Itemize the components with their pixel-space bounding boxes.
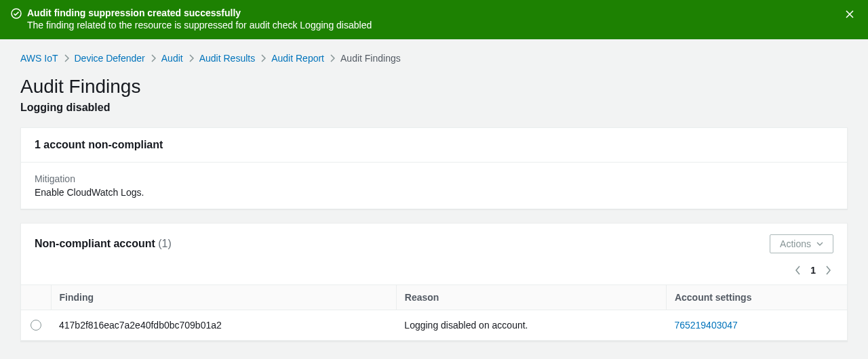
caret-down-icon — [816, 242, 823, 246]
flash-title: Audit finding suppression created succes… — [27, 7, 842, 19]
pagination-next-button[interactable] — [823, 263, 833, 278]
findings-table: Finding Reason Account settings 417b2f81… — [21, 284, 847, 341]
chevron-right-icon — [825, 266, 831, 275]
column-reason[interactable]: Reason — [396, 284, 666, 310]
column-finding[interactable]: Finding — [51, 284, 396, 310]
breadcrumb-current: Audit Findings — [340, 53, 401, 64]
flash-description: The finding related to the resource is s… — [27, 19, 842, 33]
page-subtitle: Logging disabled — [20, 102, 848, 114]
actions-button-label: Actions — [780, 238, 811, 249]
column-account-settings[interactable]: Account settings — [666, 284, 847, 310]
flash-close-button[interactable] — [842, 7, 857, 22]
pagination-page-number: 1 — [810, 265, 816, 276]
findings-section-title: Non-compliant account (1) — [35, 238, 172, 250]
breadcrumb-link-audit-report[interactable]: Audit Report — [271, 53, 324, 64]
cell-reason: Logging disabled on account. — [396, 310, 666, 340]
summary-panel: 1 account non-compliant Mitigation Enabl… — [20, 127, 848, 209]
findings-panel: Non-compliant account (1) Actions 1 — [20, 223, 848, 341]
chevron-right-icon — [64, 54, 69, 62]
chevron-right-icon — [189, 54, 194, 62]
actions-button[interactable]: Actions — [770, 234, 833, 253]
success-icon — [11, 8, 22, 19]
svg-point-0 — [12, 9, 21, 18]
breadcrumb-link-aws-iot[interactable]: AWS IoT — [20, 53, 58, 64]
chevron-left-icon — [795, 266, 801, 275]
breadcrumb-link-audit[interactable]: Audit — [161, 53, 183, 64]
page-title: Audit Findings — [20, 76, 848, 98]
breadcrumb-link-audit-results[interactable]: Audit Results — [199, 53, 255, 64]
breadcrumb-link-device-defender[interactable]: Device Defender — [75, 53, 145, 64]
row-radio[interactable] — [31, 320, 41, 331]
mitigation-value: Enable CloudWatch Logs. — [35, 187, 833, 198]
account-link[interactable]: 765219403047 — [674, 320, 737, 331]
cell-finding: 417b2f816eac7a2e40fdb0bc709b01a2 — [51, 310, 396, 340]
column-select — [21, 284, 51, 310]
flash-banner: Audit finding suppression created succes… — [0, 0, 868, 39]
chevron-right-icon — [260, 54, 266, 62]
chevron-right-icon — [151, 54, 156, 62]
mitigation-label: Mitigation — [35, 173, 833, 184]
close-icon — [845, 9, 854, 19]
pagination-prev-button[interactable] — [793, 263, 804, 278]
table-row[interactable]: 417b2f816eac7a2e40fdb0bc709b01a2 Logging… — [21, 310, 847, 340]
breadcrumb: AWS IoT Device Defender Audit Audit Resu… — [20, 53, 848, 64]
summary-heading: 1 account non-compliant — [21, 128, 847, 163]
pagination: 1 — [21, 259, 847, 284]
chevron-right-icon — [330, 54, 335, 62]
